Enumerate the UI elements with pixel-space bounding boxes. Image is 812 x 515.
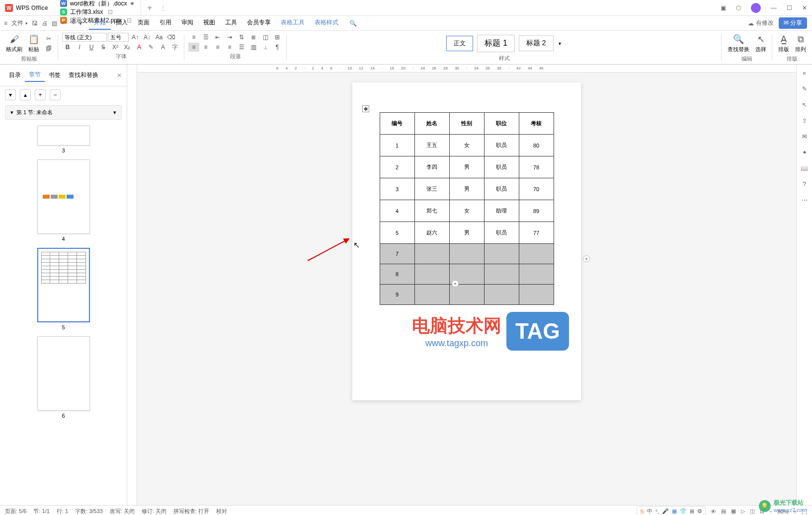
maximize-button[interactable]: ☐	[782, 0, 797, 15]
undo-icon[interactable]: ↶	[61, 20, 66, 27]
table-row[interactable]: 2李四男职员78	[380, 156, 554, 178]
table-row-selected[interactable]: 7	[380, 244, 554, 264]
bullets-icon[interactable]: ≡	[188, 33, 199, 42]
format-painter-button[interactable]: 🖌格式刷	[4, 33, 24, 54]
tab-dropdown[interactable]: ⋮	[160, 4, 166, 11]
search-icon[interactable]: 🔍	[349, 20, 357, 27]
increase-font-icon[interactable]: A↑	[130, 33, 141, 42]
table-cell[interactable]: 女	[449, 135, 484, 156]
menu-会员专享[interactable]: 会员专享	[242, 16, 276, 30]
table-cell[interactable]	[414, 264, 449, 285]
change-case-icon[interactable]: Aa	[154, 33, 164, 42]
table-row[interactable]: 3张三男职员70	[380, 178, 554, 200]
italic-button[interactable]: I	[74, 43, 85, 52]
table-cell[interactable]: 1	[380, 135, 414, 156]
table-cell[interactable]	[449, 285, 484, 305]
help-tool-icon[interactable]: ?	[803, 181, 806, 188]
highlight-button[interactable]: ✎	[146, 43, 157, 52]
table-cell[interactable]: 80	[519, 135, 554, 156]
table-cell[interactable]: 职员	[484, 135, 519, 156]
nav-tab-0[interactable]: 目录	[5, 69, 25, 81]
table-row-selected[interactable]: 8	[380, 264, 554, 285]
nav-tab-1[interactable]: 章节	[25, 69, 45, 82]
font-size-select[interactable]	[108, 33, 129, 42]
share-tool-icon[interactable]: ⇪	[802, 117, 807, 124]
align-center-button[interactable]: ≡	[200, 43, 211, 52]
remove-section-button[interactable]: −	[50, 89, 61, 100]
table-row-selected[interactable]: 9	[380, 285, 554, 305]
nav-tab-2[interactable]: 书签	[45, 69, 65, 81]
columns-icon[interactable]: ▥	[248, 43, 259, 52]
subscript-button[interactable]: X₂	[122, 43, 133, 52]
add-section-button[interactable]: +	[35, 89, 46, 100]
expand-all-button[interactable]: ▾	[5, 89, 16, 100]
page-indicator[interactable]: 页面: 5/6	[5, 508, 26, 515]
comment-tool-icon[interactable]: ✉	[802, 133, 807, 140]
table-cell[interactable]: 女	[449, 200, 484, 222]
menu-表格工具[interactable]: 表格工具	[276, 16, 310, 30]
table-cell[interactable]: 职员	[484, 156, 519, 178]
print-icon[interactable]: 🖨	[42, 20, 48, 27]
nav-tab-3[interactable]: 查找和替换	[65, 69, 102, 81]
layout-button[interactable]: A̲排版	[776, 33, 791, 54]
menu-插入[interactable]: 插入	[111, 16, 133, 30]
arrange-button[interactable]: ⧉排列	[793, 33, 808, 54]
line-spacing-icon[interactable]: ≣	[248, 33, 259, 42]
view-outline-icon[interactable]: ▷	[741, 508, 745, 515]
table-cell[interactable]: 78	[519, 156, 554, 178]
add-row-button[interactable]: +	[452, 280, 459, 287]
text-effect-button[interactable]: A	[158, 43, 168, 52]
table-cell[interactable]: 3	[380, 178, 414, 200]
document-tab[interactable]: S工作簿3.xlsx⊡	[53, 8, 142, 16]
underline-button[interactable]: U	[86, 43, 97, 52]
table-cell[interactable]: 8	[380, 264, 414, 285]
horizontal-ruler[interactable]: 642·246·101214·1820·24262830·343638·4244…	[137, 65, 796, 73]
sort-icon[interactable]: ⇅	[236, 33, 247, 42]
paste-button[interactable]: 📋粘贴	[26, 33, 41, 54]
table-cell[interactable]: 7	[380, 244, 414, 264]
align-right-button[interactable]: ≡	[212, 43, 223, 52]
numbering-icon[interactable]: ☰	[200, 33, 211, 42]
table-cell[interactable]: 赵六	[414, 222, 449, 244]
table-header[interactable]: 姓名	[414, 113, 449, 135]
table-cell[interactable]	[519, 264, 554, 285]
table-cell[interactable]	[484, 264, 519, 285]
table-header[interactable]: 考核	[519, 113, 554, 135]
table-row[interactable]: 1王五女职员80	[380, 135, 554, 156]
superscript-button[interactable]: X²	[110, 43, 121, 52]
menu-表格样式[interactable]: 表格样式	[310, 16, 343, 30]
bold-button[interactable]: B	[62, 43, 73, 52]
view-eye-icon[interactable]: 👁	[711, 509, 716, 515]
cut-icon[interactable]: ✂	[43, 34, 54, 43]
table-cell[interactable]	[484, 285, 519, 305]
table-cell[interactable]: 9	[380, 285, 414, 305]
close-window-button[interactable]: ✕	[797, 0, 812, 15]
overwrite-indicator[interactable]: 改写: 关闭	[110, 508, 135, 515]
view-page-icon[interactable]: ▤	[721, 508, 726, 515]
new-tab-button[interactable]: +	[141, 3, 158, 12]
clear-format-icon[interactable]: ⌫	[165, 33, 176, 42]
menu-icon[interactable]: ≡	[4, 20, 7, 27]
dropdown-icon[interactable]: ▾	[79, 20, 82, 27]
document-tab[interactable]: Wword教程（新）.docx	[53, 0, 142, 8]
table-cell[interactable]: 2	[380, 156, 414, 178]
menu-工具[interactable]: 工具	[220, 16, 242, 30]
minimize-button[interactable]: —	[766, 0, 782, 15]
table-row[interactable]: 5赵六男职员77	[380, 222, 554, 244]
proof-indicator[interactable]: 校对	[216, 508, 227, 515]
page-thumbnail[interactable]	[37, 126, 90, 146]
table-header[interactable]: 职位	[484, 113, 519, 135]
ime-bar[interactable]: S中°,🎤▦👕⊞⚙	[637, 506, 706, 515]
collapse-all-button[interactable]: ▴	[20, 89, 31, 100]
indent-inc-icon[interactable]: ⇥	[224, 33, 235, 42]
read-tool-icon[interactable]: 📖	[801, 165, 808, 172]
table-cell[interactable]: 王五	[414, 135, 449, 156]
add-column-button[interactable]: +	[583, 255, 590, 262]
table-cell[interactable]: 职员	[484, 178, 519, 200]
table-cell[interactable]: 郑七	[414, 200, 449, 222]
align-left-button[interactable]: ≡	[188, 43, 199, 52]
close-tab-icon[interactable]: ⊡	[108, 8, 113, 15]
table-cell[interactable]: 男	[449, 222, 484, 244]
close-panel-button[interactable]: ✕	[117, 72, 122, 79]
table-row[interactable]: 4郑七女助理89	[380, 200, 554, 222]
